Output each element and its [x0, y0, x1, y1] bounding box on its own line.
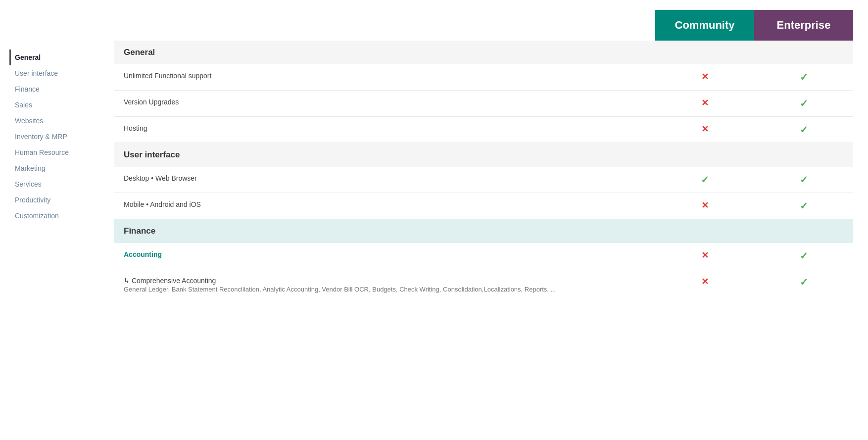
- sidebar-item-inventory---mrp[interactable]: Inventory & MRP: [15, 129, 104, 145]
- feature-name: Version Upgrades: [124, 98, 179, 106]
- feature-name: Mobile • Android and iOS: [124, 200, 201, 208]
- enterprise-cell: ✓: [754, 269, 853, 301]
- sidebar-item-sales[interactable]: Sales: [15, 97, 104, 113]
- enterprise-header: Enterprise: [754, 10, 853, 41]
- check-icon: ✓: [800, 250, 808, 261]
- sidebar-item-marketing[interactable]: Marketing: [15, 160, 104, 176]
- feature-name: Desktop • Web Browser: [124, 174, 197, 182]
- sidebar-item-services[interactable]: Services: [15, 176, 104, 192]
- table-row: Unlimited Functional support✕✓: [114, 64, 853, 91]
- table-row: ↳ Comprehensive AccountingGeneral Ledger…: [114, 269, 853, 301]
- community-cell: ✕: [655, 269, 754, 301]
- enterprise-cell: ✓: [754, 117, 853, 143]
- community-cell: ✕: [655, 243, 754, 269]
- sidebar-item-user-interface[interactable]: User interface: [15, 65, 104, 81]
- sidebar-item-general[interactable]: General: [9, 49, 104, 65]
- community-cell: ✓: [655, 167, 754, 193]
- enterprise-cell: ✓: [754, 167, 853, 193]
- section-row: Finance: [114, 219, 853, 244]
- cross-icon: ✕: [701, 124, 709, 134]
- feature-name: ↳ Comprehensive Accounting: [124, 277, 216, 285]
- community-cell: ✕: [655, 117, 754, 143]
- check-icon: ✓: [800, 200, 808, 211]
- columns-header: Community Enterprise: [114, 10, 853, 41]
- check-icon: ✓: [701, 174, 709, 185]
- table-row: Accounting✕✓: [114, 243, 853, 269]
- enterprise-cell: ✓: [754, 64, 853, 91]
- section-row: User interface: [114, 143, 853, 167]
- community-cell: ✕: [655, 193, 754, 219]
- community-cell: ✕: [655, 91, 754, 117]
- main-content: Community Enterprise GeneralUnlimited Fu…: [114, 0, 868, 440]
- check-icon: ✓: [800, 174, 808, 185]
- sidebar-item-productivity[interactable]: Productivity: [15, 192, 104, 208]
- feature-name: Hosting: [124, 124, 147, 132]
- cross-icon: ✕: [701, 250, 709, 260]
- sidebar: GeneralUser interfaceFinanceSalesWebsite…: [0, 0, 114, 440]
- check-icon: ✓: [800, 124, 808, 135]
- community-header: Community: [655, 10, 754, 41]
- table-row: Mobile • Android and iOS✕✓: [114, 193, 853, 219]
- feature-link[interactable]: Accounting: [124, 250, 162, 258]
- sidebar-item-finance[interactable]: Finance: [15, 81, 104, 97]
- cross-icon: ✕: [701, 98, 709, 108]
- cross-icon: ✕: [701, 72, 709, 82]
- sidebar-item-customization[interactable]: Customization: [15, 208, 104, 224]
- table-row: Hosting✕✓: [114, 117, 853, 143]
- sidebar-item-websites[interactable]: Websites: [15, 113, 104, 129]
- enterprise-cell: ✓: [754, 243, 853, 269]
- sidebar-item-human-resource[interactable]: Human Resource: [15, 145, 104, 160]
- enterprise-cell: ✓: [754, 193, 853, 219]
- community-cell: ✕: [655, 64, 754, 91]
- feature-sub: General Ledger, Bank Statement Reconcili…: [124, 285, 645, 294]
- comparison-table: GeneralUnlimited Functional support✕✓Ver…: [114, 41, 853, 301]
- section-row: General: [114, 41, 853, 64]
- check-icon: ✓: [800, 277, 808, 288]
- check-icon: ✓: [800, 72, 808, 83]
- table-row: Desktop • Web Browser✓✓: [114, 167, 853, 193]
- feature-name: Unlimited Functional support: [124, 72, 211, 80]
- table-row: Version Upgrades✕✓: [114, 91, 853, 117]
- cross-icon: ✕: [701, 200, 709, 210]
- cross-icon: ✕: [701, 277, 709, 287]
- enterprise-cell: ✓: [754, 91, 853, 117]
- check-icon: ✓: [800, 98, 808, 109]
